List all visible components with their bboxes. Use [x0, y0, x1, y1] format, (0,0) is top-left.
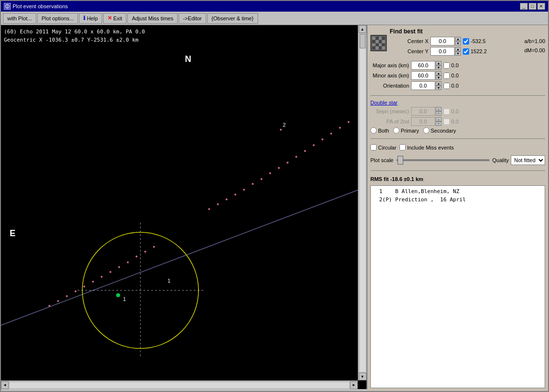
ratio-values: a/b=1.00 dM=0.00 — [524, 37, 545, 55]
vertical-scrollbar: ▲ ▼ — [358, 25, 366, 380]
center-y-checkbox[interactable] — [463, 48, 469, 55]
plot-scale-row: Plot scale Quality Not fitted Good Fair … — [370, 155, 545, 165]
scroll-right-button[interactable]: ► — [350, 381, 358, 389]
minimize-button[interactable]: _ — [520, 3, 528, 10]
svg-point-10 — [109, 271, 111, 273]
radio-primary[interactable]: Primary — [393, 127, 419, 134]
minor-axis-checkbox[interactable] — [443, 73, 450, 79]
close-button[interactable]: ✕ — [537, 3, 545, 10]
plot-area: 2 1 1 — [1, 25, 367, 389]
svg-text:2: 2 — [283, 122, 286, 128]
circular-checkbox[interactable] — [370, 144, 377, 151]
scroll-down-button[interactable]: ▼ — [359, 373, 366, 380]
minor-axis-up[interactable]: ▲ — [436, 71, 442, 75]
orientation-input-group: ▲ ▼ — [411, 81, 442, 90]
pa-2nd-input-group: ▲ ▼ — [411, 117, 442, 126]
center-y-down[interactable]: ▼ — [455, 51, 461, 56]
ab-ratio: a/b=1.00 — [524, 37, 545, 46]
with-plot-button[interactable]: with Plot... — [3, 13, 36, 24]
major-axis-checkbox-group: 0.0 — [443, 62, 458, 69]
major-axis-fit: 0.0 — [451, 62, 458, 68]
find-best-fit-label: Find best fit — [390, 28, 519, 35]
orientation-down[interactable]: ▼ — [436, 86, 442, 90]
major-axis-down[interactable]: ▼ — [436, 65, 442, 70]
maximize-button[interactable]: □ — [529, 3, 536, 10]
svg-point-8 — [92, 281, 94, 283]
adjust-miss-button[interactable]: Adjust Miss times — [127, 13, 178, 24]
svg-point-20 — [243, 189, 245, 191]
plot-title-2: Geocentric X -1036.3 ±0.7 Y-2531.6 ±2.0 … — [4, 36, 145, 45]
center-x-up[interactable]: ▲ — [455, 37, 461, 41]
orientation-checkbox[interactable] — [443, 83, 450, 89]
svg-point-32 — [348, 121, 350, 123]
scroll-thumb-v[interactable] — [360, 34, 366, 48]
scroll-track-h — [10, 382, 349, 388]
center-y-input[interactable] — [430, 47, 455, 56]
pa-2nd-fit: 0.0 — [451, 119, 458, 124]
sepn-down: ▼ — [436, 111, 442, 116]
editor-button[interactable]: ->Editor — [179, 13, 206, 24]
pa-2nd-down: ▼ — [436, 121, 442, 126]
center-x-down[interactable]: ▼ — [455, 41, 461, 45]
include-miss-label[interactable]: Include Miss events — [399, 144, 454, 151]
help-button[interactable]: ℹ Help — [79, 13, 102, 24]
major-axis-checkbox[interactable] — [443, 62, 450, 69]
center-x-input[interactable] — [430, 37, 455, 45]
separator-1 — [370, 95, 545, 96]
scroll-track-v — [360, 34, 366, 372]
radio-secondary[interactable]: Secondary — [423, 127, 457, 134]
sepn-up: ▲ — [436, 107, 442, 111]
orientation-up[interactable]: ▲ — [436, 81, 442, 86]
circular-label[interactable]: Circular — [370, 144, 396, 151]
center-y-up[interactable]: ▲ — [455, 47, 461, 51]
slider-thumb[interactable] — [397, 156, 403, 165]
include-miss-checkbox[interactable] — [399, 144, 406, 151]
scroll-left-button[interactable]: ◄ — [1, 381, 9, 389]
orientation-input[interactable] — [411, 81, 435, 90]
major-axis-input[interactable] — [411, 61, 435, 70]
center-fields: Find best fit Center X ▲ ▼ — [390, 28, 519, 57]
center-x-checkbox[interactable] — [463, 38, 469, 45]
window-icon — [4, 3, 11, 10]
svg-point-3 — [48, 305, 50, 307]
minor-axis-down[interactable]: ▼ — [436, 75, 442, 80]
main-window: Plot event observations _ □ ✕ with Plot.… — [0, 0, 549, 392]
svg-point-30 — [330, 133, 332, 135]
exit-button[interactable]: ✕ Exit — [103, 13, 126, 24]
svg-point-6 — [75, 290, 76, 292]
plot-options-button[interactable]: Plot options... — [37, 13, 78, 24]
sepn-spinner: ▲ ▼ — [436, 107, 442, 116]
minor-axis-checkbox-group: 0.0 — [443, 73, 458, 79]
svg-point-31 — [339, 127, 341, 129]
center-x-checkbox-group: -532.5 — [463, 38, 486, 45]
svg-point-11 — [118, 266, 120, 268]
plot-info: (60) Echo 2011 May 12 60.0 x 60.0 km, PA… — [4, 28, 145, 44]
major-axis-up[interactable]: ▲ — [436, 61, 442, 65]
major-axis-label: Major axis (km) — [370, 62, 409, 68]
title-bar: Plot event observations _ □ ✕ — [1, 1, 548, 12]
svg-point-12 — [127, 261, 129, 263]
radio-secondary-input[interactable] — [423, 127, 429, 134]
center-x-fit-value: -532.5 — [471, 38, 486, 44]
observations-panel: 1 B Allen,Blenheim, NZ 2(P) Prediction ,… — [370, 185, 545, 388]
observer-time-button[interactable]: {Observer & time} — [207, 13, 258, 24]
plot-scale-label: Plot scale — [370, 157, 394, 163]
sepn-input — [411, 107, 435, 116]
radio-group: Both Primary Secondary — [370, 127, 545, 134]
quality-select[interactable]: Not fitted Good Fair Poor — [511, 155, 545, 165]
minor-axis-input[interactable] — [411, 71, 435, 80]
radio-both-input[interactable] — [370, 127, 377, 134]
east-label: E — [10, 228, 15, 239]
minor-axis-spinner: ▲ ▼ — [436, 71, 442, 80]
pa-2nd-up: ▲ — [436, 117, 442, 121]
radio-primary-input[interactable] — [393, 127, 399, 134]
double-star-link[interactable]: Double star — [370, 100, 397, 106]
north-label: N — [185, 54, 191, 64]
quality-group: Quality Not fitted Good Fair Poor — [492, 155, 545, 165]
plot-scale-slider[interactable] — [396, 159, 489, 161]
exit-icon: ✕ — [107, 15, 112, 21]
radio-both[interactable]: Both — [370, 127, 389, 134]
plot-title-1: (60) Echo 2011 May 12 60.0 x 60.0 km, PA… — [4, 28, 145, 36]
svg-point-28 — [313, 144, 315, 146]
scroll-up-button[interactable]: ▲ — [359, 25, 366, 33]
